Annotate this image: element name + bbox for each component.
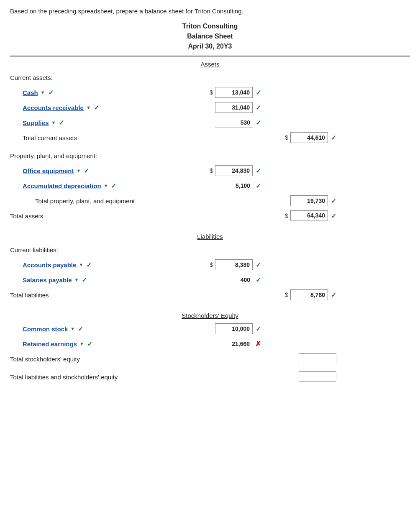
total-le-amount-col bbox=[261, 371, 336, 382]
total-equity-label-col: Total stockholders' equity bbox=[10, 356, 186, 363]
common-stock-input[interactable] bbox=[215, 323, 253, 334]
salaries-payable-row: Salaries payable ▼ ✓ ✓ bbox=[10, 273, 410, 287]
ap-amount-check-icon: ✓ bbox=[256, 261, 261, 269]
supplies-amount-col: ✓ bbox=[186, 117, 261, 128]
ta-check-icon: ✓ bbox=[331, 212, 336, 220]
ad-check-icon: ✓ bbox=[111, 182, 116, 190]
supplies-dropdown-icon[interactable]: ▼ bbox=[51, 120, 56, 125]
cash-dropdown-icon[interactable]: ▼ bbox=[41, 90, 45, 95]
cash-amount-check-icon: ✓ bbox=[256, 89, 261, 97]
total-equity-row: Total stockholders' equity bbox=[10, 352, 410, 366]
intro-text: Based on the preceding spreadsheet, prep… bbox=[10, 8, 410, 15]
ad-amount-col: ✓ bbox=[186, 180, 261, 191]
cs-amount-col: ✓ bbox=[186, 323, 261, 334]
ad-label-col: Accumulated depreciation ▼ ✓ bbox=[10, 182, 186, 190]
accounts-payable-input[interactable] bbox=[215, 259, 253, 270]
total-equity-label: Total stockholders' equity bbox=[10, 356, 80, 363]
total-current-assets-label-col: Total current assets bbox=[10, 134, 186, 141]
salaries-payable-input[interactable] bbox=[215, 274, 253, 285]
total-le-label: Total liabilities and stockholders' equi… bbox=[10, 374, 118, 381]
ap-check-icon: ✓ bbox=[86, 261, 92, 269]
ad-dropdown-icon[interactable]: ▼ bbox=[104, 183, 108, 188]
report-header: Triton Consulting Balance Sheet April 30… bbox=[10, 21, 410, 51]
accum-dep-row: Accumulated depreciation ▼ ✓ ✓ bbox=[10, 179, 410, 193]
ar-amount-col: ✓ bbox=[186, 102, 261, 113]
re-check-icon: ✓ bbox=[87, 340, 92, 348]
sp-check-icon: ✓ bbox=[82, 276, 87, 284]
cash-check-icon: ✓ bbox=[48, 89, 54, 97]
total-ppe-row: Total property, plant, and equipment ✓ bbox=[10, 194, 410, 208]
common-stock-link[interactable]: Common stock bbox=[23, 325, 68, 333]
tl-check-icon: ✓ bbox=[331, 291, 336, 299]
tl-dollar-sign: $ bbox=[285, 292, 288, 298]
accounts-payable-link[interactable]: Accounts payable bbox=[23, 261, 76, 269]
sp-dropdown-icon[interactable]: ▼ bbox=[74, 277, 79, 282]
total-liabilities-input[interactable] bbox=[290, 289, 328, 300]
supplies-check-icon: ✓ bbox=[59, 119, 64, 127]
ar-input[interactable] bbox=[215, 102, 253, 113]
oe-amount-col: $ ✓ bbox=[186, 165, 261, 176]
office-equipment-input[interactable] bbox=[215, 165, 253, 176]
ar-dropdown-icon[interactable]: ▼ bbox=[86, 105, 91, 110]
equity-section-title: Stockholders' Equity bbox=[10, 312, 410, 319]
retained-earnings-link[interactable]: Retained earnings bbox=[23, 340, 77, 348]
total-current-assets-row: Total current assets $ ✓ bbox=[10, 130, 410, 145]
re-dropdown-icon[interactable]: ▼ bbox=[79, 341, 84, 346]
statement-date: April 30, 20Y3 bbox=[10, 41, 410, 51]
ar-check-icon: ✓ bbox=[94, 104, 99, 112]
total-assets-input[interactable] bbox=[290, 210, 328, 221]
oe-dropdown-icon[interactable]: ▼ bbox=[77, 168, 81, 173]
ap-amount-col: $ ✓ bbox=[186, 259, 261, 270]
ta-dollar-sign: $ bbox=[285, 212, 288, 219]
office-equipment-row: Office equipment ▼ ✓ $ ✓ bbox=[10, 164, 410, 178]
cs-dropdown-icon[interactable]: ▼ bbox=[70, 326, 75, 331]
total-assets-label-col: Total assets bbox=[10, 212, 186, 220]
ppe-label-col: Property, plant, and equipment: bbox=[10, 152, 186, 159]
supplies-link[interactable]: Supplies bbox=[23, 119, 49, 126]
accounts-payable-row: Accounts payable ▼ ✓ $ ✓ bbox=[10, 258, 410, 272]
total-equity-input[interactable] bbox=[299, 353, 336, 364]
common-stock-row: Common stock ▼ ✓ ✓ bbox=[10, 322, 410, 336]
total-assets-amount-col: $ ✓ bbox=[261, 210, 336, 221]
total-le-label-col: Total liabilities and stockholders' equi… bbox=[10, 374, 186, 381]
total-ppe-input[interactable] bbox=[290, 195, 328, 206]
sp-label-col: Salaries payable ▼ ✓ bbox=[10, 276, 186, 284]
ad-amount-check-icon: ✓ bbox=[256, 182, 261, 190]
supplies-label-col: Supplies ▼ ✓ bbox=[10, 119, 186, 127]
office-equipment-link[interactable]: Office equipment bbox=[23, 167, 74, 174]
accum-dep-input[interactable] bbox=[215, 180, 253, 191]
cash-dollar-sign: $ bbox=[210, 89, 213, 96]
sp-amount-check-icon: ✓ bbox=[256, 276, 261, 284]
total-le-input[interactable] bbox=[299, 371, 336, 382]
oe-amount-check-icon: ✓ bbox=[256, 167, 261, 175]
total-current-assets-amount-col: $ ✓ bbox=[261, 132, 336, 143]
ap-dropdown-icon[interactable]: ▼ bbox=[79, 262, 83, 267]
total-assets-row: Total assets $ ✓ bbox=[10, 209, 410, 223]
ppe-header-row: Property, plant, and equipment: bbox=[10, 148, 410, 163]
accum-dep-link[interactable]: Accumulated depreciation bbox=[23, 182, 101, 189]
header-divider bbox=[10, 56, 410, 56]
current-assets-header: Current assets: bbox=[10, 70, 410, 84]
total-current-assets-input[interactable] bbox=[290, 132, 328, 143]
cash-label-col: Cash ▼ ✓ bbox=[10, 89, 186, 97]
ap-label-col: Accounts payable ▼ ✓ bbox=[10, 261, 186, 269]
supplies-amount-check-icon: ✓ bbox=[256, 119, 261, 127]
current-liabilities-label: Current liabilities: bbox=[10, 246, 186, 253]
retained-earnings-input[interactable] bbox=[215, 338, 252, 349]
total-ppe-label: Total property, plant, and equipment bbox=[35, 197, 135, 205]
cash-input[interactable] bbox=[215, 87, 253, 98]
total-current-assets-label: Total current assets bbox=[23, 134, 77, 141]
total-liabilities-amount-col: $ ✓ bbox=[261, 289, 336, 300]
re-label-col: Retained earnings ▼ ✓ bbox=[10, 340, 186, 348]
retained-earnings-row: Retained earnings ▼ ✓ ✗ bbox=[10, 337, 410, 351]
liabilities-section-title: Liabilities bbox=[10, 233, 410, 240]
cs-check-icon: ✓ bbox=[78, 325, 83, 333]
cash-link[interactable]: Cash bbox=[23, 89, 38, 96]
salaries-payable-link[interactable]: Salaries payable bbox=[23, 276, 72, 284]
supplies-input[interactable] bbox=[215, 117, 253, 128]
tca-dollar-sign: $ bbox=[285, 134, 288, 141]
accounts-receivable-link[interactable]: Accounts receivable bbox=[23, 104, 84, 111]
tca-check-icon: ✓ bbox=[331, 134, 336, 142]
total-equity-amount-col bbox=[261, 353, 336, 364]
cs-label-col: Common stock ▼ ✓ bbox=[10, 325, 186, 333]
